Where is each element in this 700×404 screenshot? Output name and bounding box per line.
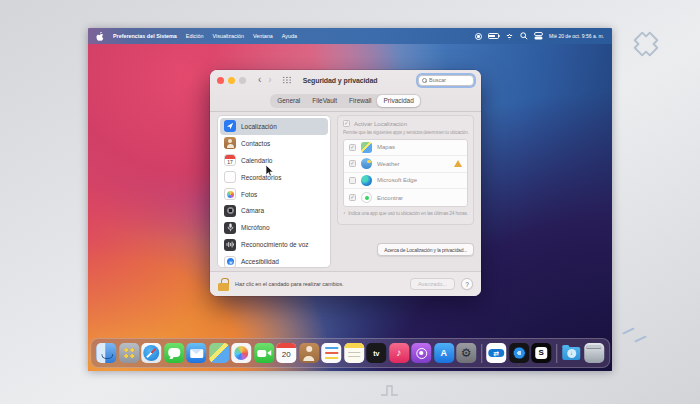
sidebar-item-microfono[interactable]: Micrófono: [220, 219, 328, 236]
battery-icon[interactable]: [488, 33, 499, 39]
podcasts-dock-icon[interactable]: [411, 343, 431, 363]
tab-general[interactable]: General: [271, 95, 306, 107]
sidebar-item-recordatorios[interactable]: Recordatorios: [220, 169, 328, 186]
enable-location-row: ✓ Activar Localización: [343, 120, 468, 127]
downloads-dock-icon[interactable]: ↓: [561, 343, 581, 363]
advanced-button: Avanzado...: [410, 278, 455, 290]
app-checkbox[interactable]: ✓: [349, 144, 356, 151]
desktop-wallpaper: ‹ › Seguridad y privacidad General: [88, 44, 612, 371]
recording-indicator-icon[interactable]: [475, 33, 482, 40]
photos-dock-icon[interactable]: [231, 343, 251, 363]
music-dock-icon[interactable]: ♪: [389, 343, 409, 363]
app-name: Microsoft Edge: [377, 177, 417, 183]
contacts-icon: [224, 137, 236, 149]
dock-separator: [556, 344, 557, 363]
sidebar-label: Reconocimiento de voz: [241, 241, 309, 248]
sidebar-item-camara[interactable]: Cámara: [220, 202, 328, 219]
privacy-sidebar: Localización Contactos 17 Calendario: [217, 115, 331, 268]
control-center-icon[interactable]: [534, 32, 543, 40]
s-utility-dock-icon[interactable]: S: [531, 343, 551, 363]
app-menu-title[interactable]: Preferencias del Sistema: [113, 33, 177, 39]
window-footer: Haz clic en el candado para realizar cam…: [210, 271, 481, 296]
microphone-icon: [224, 222, 236, 234]
sidebar-item-localizacion[interactable]: Localización: [220, 118, 328, 135]
footnote-row: Indica una app que usó tu ubicación en l…: [343, 210, 468, 216]
spotlight-search-icon[interactable]: [520, 32, 528, 40]
back-button[interactable]: ‹: [258, 75, 261, 85]
sidebar-label: Recordatorios: [241, 174, 281, 181]
app-checkbox[interactable]: ✓: [349, 194, 356, 201]
location-arrow-small-icon: [343, 210, 345, 216]
enable-location-checkbox[interactable]: ✓: [343, 120, 350, 127]
system-preferences-dock-icon[interactable]: ⚙: [456, 343, 476, 363]
help-button[interactable]: ?: [461, 278, 473, 290]
facetime-dock-icon[interactable]: [254, 343, 274, 363]
sidebar-item-calendario[interactable]: 17 Calendario: [220, 152, 328, 169]
contacts-dock-icon[interactable]: [299, 343, 319, 363]
sidebar-item-accesibilidad[interactable]: Accesibilidad: [220, 253, 328, 268]
wifi-icon[interactable]: [505, 33, 514, 40]
search-icon: [422, 78, 427, 83]
sidebar-item-fotos[interactable]: Fotos: [220, 186, 328, 203]
menu-edicion[interactable]: Edición: [186, 33, 204, 39]
teamviewer-dock-icon[interactable]: ⇄: [486, 343, 506, 363]
close-button[interactable]: [217, 77, 224, 84]
search-input[interactable]: [429, 77, 470, 83]
sidebar-label: Cámara: [241, 207, 264, 214]
forward-button: ›: [268, 75, 271, 85]
trash-dock-icon[interactable]: [584, 343, 604, 363]
minimize-button[interactable]: [228, 77, 235, 84]
lock-icon[interactable]: [218, 278, 229, 291]
app-name: Weather: [377, 161, 400, 167]
show-all-grid-icon[interactable]: [282, 76, 292, 84]
app-row-encontrar: ✓ Encontrar: [344, 189, 467, 206]
sidebar-item-contactos[interactable]: Contactos: [220, 135, 328, 152]
location-description: Permite que las siguientes apps y servic…: [343, 130, 468, 135]
sidebar-item-reconocimiento-voz[interactable]: Reconocimiento de voz: [220, 236, 328, 253]
menu-ayuda[interactable]: Ayuda: [282, 33, 297, 39]
menu-visualizacion[interactable]: Visualización: [213, 33, 244, 39]
app-name: Mapas: [377, 144, 395, 150]
window-chrome: ‹ › Seguridad y privacidad General: [210, 70, 481, 112]
tab-privacidad[interactable]: Privacidad: [377, 95, 419, 107]
apple-tv-dock-icon[interactable]: tv: [366, 343, 386, 363]
reminders-dock-icon[interactable]: [321, 343, 341, 363]
menu-ventana[interactable]: Ventana: [253, 33, 273, 39]
tab-firewall[interactable]: Firewall: [343, 95, 377, 107]
menubar-clock[interactable]: Mié 20 de oct. 9:56 a. m.: [549, 33, 604, 39]
warning-icon: [454, 160, 462, 167]
maps-app-icon: [361, 142, 372, 153]
dash-doodle: [634, 335, 647, 342]
notes-dock-icon[interactable]: [344, 343, 364, 363]
maps-dock-icon[interactable]: [209, 343, 229, 363]
sidebar-label: Contactos: [241, 140, 270, 147]
running-indicator: [518, 364, 520, 366]
apple-logo-icon[interactable]: [96, 32, 104, 41]
app-row-mapas: ✓ Mapas: [344, 140, 467, 157]
tab-filevault[interactable]: FileVault: [306, 95, 343, 107]
launchpad-dock-icon[interactable]: [119, 343, 139, 363]
security-privacy-window: ‹ › Seguridad y privacidad General: [210, 70, 481, 296]
search-field[interactable]: [418, 75, 474, 86]
safari-dock-icon[interactable]: [141, 343, 161, 363]
running-indicator: [465, 364, 467, 366]
lock-message: Haz clic en el candado para realizar cam…: [235, 281, 344, 287]
about-location-privacy-button[interactable]: Acerca de Localización y la privacidad..…: [377, 243, 474, 256]
sidebar-label: Localización: [241, 123, 277, 130]
app-checkbox[interactable]: ✓: [349, 160, 356, 167]
screen-capture-dock-icon[interactable]: [509, 343, 529, 363]
app-checkbox[interactable]: [349, 177, 356, 184]
privacy-pane: Localización Contactos 17 Calendario: [210, 112, 481, 271]
finder-dock-icon[interactable]: [96, 343, 116, 363]
app-store-dock-icon[interactable]: A: [434, 343, 454, 363]
app-name: Encontrar: [377, 195, 403, 201]
sidebar-label: Calendario: [241, 157, 272, 164]
mail-dock-icon[interactable]: [186, 343, 206, 363]
squiggle-doodle: [380, 382, 402, 398]
messages-dock-icon[interactable]: [164, 343, 184, 363]
calendar-icon: 17: [224, 154, 236, 166]
sidebar-label: Micrófono: [241, 224, 270, 231]
sidebar-label: Fotos: [241, 191, 257, 198]
calendar-dock-icon[interactable]: 20: [276, 343, 296, 363]
dock: 20 tv ♪ A ⚙ ⇄ S ↓: [90, 338, 610, 368]
